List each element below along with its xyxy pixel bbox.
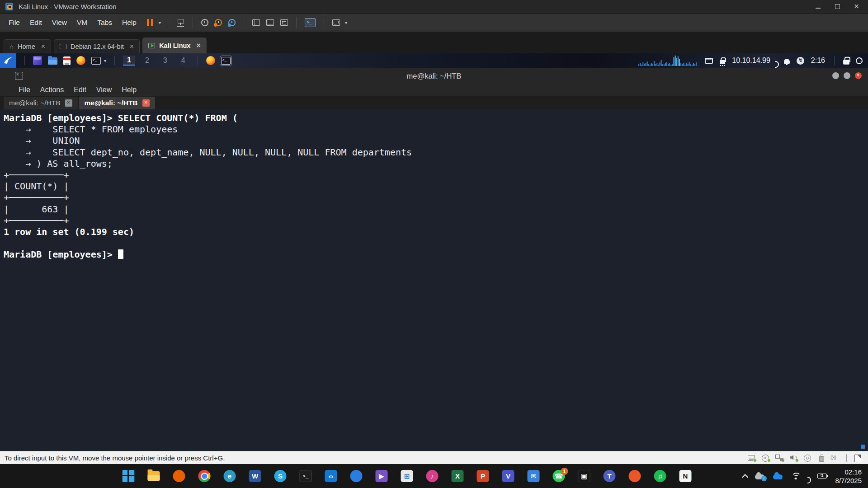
word-taskbar-icon[interactable]: W bbox=[249, 470, 261, 482]
fullscreen-icon[interactable] bbox=[280, 19, 288, 26]
excel-taskbar-icon[interactable]: X bbox=[452, 470, 464, 482]
wireless-icon[interactable] bbox=[831, 455, 840, 461]
vscode-taskbar-icon[interactable]: ‹› bbox=[325, 470, 337, 482]
close-icon[interactable]: × bbox=[65, 99, 72, 107]
chrome-taskbar-icon[interactable] bbox=[198, 470, 211, 482]
minimize-button[interactable] bbox=[815, 4, 821, 9]
terminal-icon[interactable] bbox=[91, 57, 101, 65]
terminal-menu-edit[interactable]: Edit bbox=[69, 85, 91, 95]
maximize-button[interactable] bbox=[835, 4, 840, 9]
brave-taskbar-icon[interactable] bbox=[629, 470, 641, 482]
text-editor-icon[interactable] bbox=[63, 56, 71, 65]
terminal-tab-1[interactable]: me@kali: ~/HTB× bbox=[4, 97, 78, 109]
vm-tab-debian-12-x-64-bit[interactable]: Debian 12.x 64-bit× bbox=[54, 39, 140, 53]
lock-screen-icon[interactable] bbox=[843, 60, 849, 64]
vm-menu-help[interactable]: Help bbox=[117, 15, 142, 30]
panel-clock[interactable]: 2:16 bbox=[811, 56, 825, 65]
vm-tab-home[interactable]: Home× bbox=[4, 39, 51, 53]
skype-taskbar-icon[interactable]: S bbox=[274, 470, 287, 482]
chevron-down-icon[interactable]: ▾ bbox=[104, 58, 106, 63]
terminal-body[interactable]: MariaDB [employees]> SELECT COUNT(*) FRO… bbox=[0, 109, 868, 451]
workspace-4[interactable]: 4 bbox=[177, 56, 189, 65]
webcam-icon[interactable] bbox=[803, 455, 811, 461]
onedrive-icon[interactable] bbox=[773, 474, 783, 479]
firefox-icon[interactable] bbox=[76, 56, 85, 65]
hard-disk-icon[interactable] bbox=[747, 455, 755, 461]
mail-taskbar-icon[interactable]: ✉ bbox=[528, 470, 540, 482]
close-icon[interactable]: × bbox=[196, 42, 200, 50]
hidden-icons-chevron-icon[interactable] bbox=[742, 474, 748, 480]
terminal-tab-2[interactable]: me@kali: ~/HTB× bbox=[79, 97, 155, 109]
battery-icon[interactable] bbox=[817, 474, 827, 479]
vm-menu-tabs[interactable]: Tabs bbox=[92, 15, 117, 30]
terminal-maximize-button[interactable] bbox=[844, 72, 850, 79]
show-thumbnail-bar-icon[interactable] bbox=[266, 19, 274, 26]
workspace-1[interactable]: 1 bbox=[123, 56, 135, 66]
photos-taskbar-icon[interactable]: ▣ bbox=[578, 470, 590, 482]
close-icon[interactable]: × bbox=[142, 99, 150, 107]
command-prompt-taskbar-icon[interactable]: >_ bbox=[300, 470, 312, 482]
close-icon[interactable]: × bbox=[130, 42, 134, 51]
sound-icon[interactable] bbox=[789, 455, 797, 461]
file-manager-icon[interactable] bbox=[33, 56, 42, 65]
workspace-2[interactable]: 2 bbox=[141, 56, 153, 65]
terminal-window-icon[interactable] bbox=[221, 57, 231, 65]
visio-taskbar-icon[interactable]: V bbox=[502, 470, 514, 482]
logout-icon[interactable] bbox=[856, 57, 863, 64]
stretch-caret-icon[interactable]: ▾ bbox=[345, 20, 347, 25]
firefox-window-icon[interactable] bbox=[206, 56, 215, 65]
terminal-menu-view[interactable]: View bbox=[91, 85, 117, 95]
usb-device-icon[interactable] bbox=[817, 455, 826, 461]
show-library-icon[interactable] bbox=[252, 19, 260, 26]
powerpoint-taskbar-icon[interactable]: P bbox=[477, 470, 489, 482]
pause-caret-icon[interactable]: ▾ bbox=[159, 20, 161, 25]
edge-taskbar-icon[interactable]: e bbox=[224, 470, 236, 482]
safari-taskbar-icon[interactable] bbox=[350, 470, 363, 482]
wifi-icon[interactable] bbox=[791, 473, 800, 479]
vpn-lock-icon[interactable] bbox=[720, 60, 725, 64]
terminal-menu-actions[interactable]: Actions bbox=[35, 85, 69, 95]
cd-dvd-icon[interactable] bbox=[761, 455, 769, 461]
store-taskbar-icon[interactable]: ⊞ bbox=[401, 470, 413, 482]
notification-bell-icon[interactable] bbox=[784, 59, 790, 64]
terminal-menu-file[interactable]: File bbox=[14, 85, 35, 95]
vm-menu-edit[interactable]: Edit bbox=[25, 15, 47, 30]
whatsapp-taskbar-icon[interactable]: ☎1 bbox=[553, 470, 565, 482]
spotify-taskbar-icon[interactable]: ♫ bbox=[654, 470, 666, 482]
terminal-minimize-button[interactable] bbox=[832, 72, 839, 79]
cpu-graph-icon[interactable] bbox=[638, 55, 698, 66]
terminal-scroll-indicator[interactable] bbox=[861, 445, 865, 449]
media-player-taskbar-icon[interactable]: ▶ bbox=[376, 470, 388, 482]
close-icon[interactable]: × bbox=[41, 42, 45, 51]
firefox-taskbar-icon[interactable] bbox=[173, 470, 185, 482]
start-taskbar-icon[interactable] bbox=[123, 470, 135, 482]
revert-snapshot-icon[interactable] bbox=[215, 19, 222, 26]
stretch-guest-icon[interactable] bbox=[332, 19, 340, 26]
teams-taskbar-icon[interactable]: T bbox=[604, 470, 616, 482]
weather-icon[interactable] bbox=[755, 474, 764, 479]
terminal-menu-help[interactable]: Help bbox=[117, 85, 142, 95]
terminal-close-button[interactable] bbox=[855, 72, 862, 79]
close-button[interactable] bbox=[854, 4, 860, 9]
send-ctrl-alt-del-icon[interactable] bbox=[176, 19, 184, 27]
vm-menu-vm[interactable]: VM bbox=[72, 15, 92, 30]
message-log-icon[interactable] bbox=[854, 455, 862, 461]
network-adapter-icon[interactable] bbox=[775, 455, 783, 461]
console-view-icon[interactable] bbox=[305, 18, 316, 27]
notion-taskbar-icon[interactable]: N bbox=[679, 470, 692, 482]
tray-clock[interactable]: 02:16 8/7/2025 bbox=[835, 468, 862, 485]
vpn-ip-address[interactable]: 10.10.14.99 bbox=[732, 56, 770, 65]
take-snapshot-icon[interactable] bbox=[201, 19, 208, 26]
vm-tab-kali-linux[interactable]: Kali Linux× bbox=[142, 38, 207, 53]
manage-snapshots-icon[interactable] bbox=[228, 19, 236, 26]
folder-icon[interactable] bbox=[48, 57, 57, 65]
vm-menu-view[interactable]: View bbox=[47, 15, 72, 30]
kali-menu-icon[interactable] bbox=[0, 53, 16, 68]
vm-menu-file[interactable]: File bbox=[4, 15, 25, 30]
display-icon[interactable] bbox=[705, 58, 713, 64]
file-explorer-taskbar-icon[interactable] bbox=[148, 471, 160, 481]
music-taskbar-icon[interactable]: ♪ bbox=[426, 470, 439, 482]
power-manager-icon[interactable] bbox=[797, 57, 804, 65]
workspace-3[interactable]: 3 bbox=[159, 56, 171, 65]
pause-button-icon[interactable] bbox=[146, 19, 154, 27]
